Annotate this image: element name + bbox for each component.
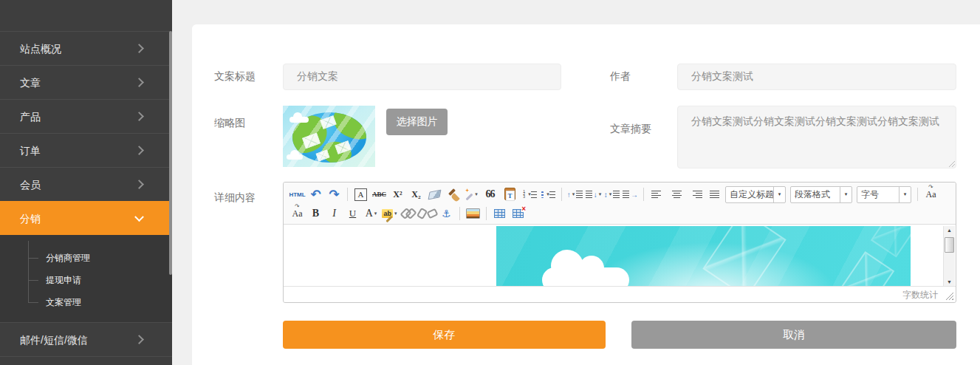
content-label: 详细内容 [214, 191, 256, 205]
chevron-right-icon [134, 78, 144, 87]
summary-textarea[interactable]: 分销文案测试分销文案测试分销文案测试分销文案测试 [677, 106, 956, 168]
highlight-color-icon[interactable]: ab▾ [380, 205, 399, 222]
sidebar-subitem-label: 分销商管理 [46, 253, 90, 263]
sidebar-item[interactable]: 产品 [0, 99, 172, 133]
editor-scrollbar: ▲ ▼ [943, 226, 955, 287]
sidebar-item-label: 会员 [20, 179, 41, 191]
format-brush-icon[interactable] [444, 186, 462, 202]
subscript-icon[interactable]: X₂ [407, 186, 425, 202]
sidebar-submenu: 分销商管理提现申请文案管理 [0, 235, 172, 322]
redo-icon[interactable]: ↷ [325, 186, 343, 202]
align-right-icon[interactable] [685, 186, 706, 202]
sidebar-item-label: 文章 [20, 77, 41, 89]
underline-icon[interactable]: U [343, 205, 362, 222]
insert-image-icon[interactable] [464, 205, 482, 222]
align-justify-icon[interactable] [706, 186, 723, 202]
eraser-icon[interactable] [425, 186, 444, 202]
unlink-icon[interactable] [417, 205, 437, 222]
sidebar-item-partial [0, 356, 172, 361]
editor-resize-handle[interactable] [945, 292, 953, 300]
toolbar-separator [347, 188, 348, 201]
cloud-shape [542, 267, 629, 287]
sidebar-subitem[interactable]: 文案管理 [0, 291, 172, 313]
align-left-icon[interactable] [648, 186, 668, 202]
sidebar-item[interactable]: 站点概况 [0, 31, 172, 65]
sidebar-item[interactable]: 邮件/短信/微信 [0, 322, 172, 356]
select-label: 自定义标题 [726, 188, 773, 201]
heading-select[interactable]: 自定义标题▾ [725, 186, 786, 203]
sidebar-item[interactable]: 分销 [0, 201, 172, 235]
bold-icon[interactable]: B [306, 205, 325, 222]
icon-glyph: A [354, 188, 367, 201]
first-line-indent-icon[interactable]: ↑▾ [566, 186, 584, 202]
quick-format-icon[interactable]: ▾ [462, 186, 481, 202]
sidebar-item[interactable]: 会员 [0, 167, 172, 201]
icon-glyph: T [506, 191, 515, 201]
italic-icon[interactable]: I [325, 205, 343, 222]
letter-case-icon[interactable]: Aa [288, 205, 306, 222]
strikethrough-icon[interactable]: ABC [370, 186, 388, 202]
chevron-down-icon: ▾ [773, 187, 785, 202]
delete-table-icon[interactable] [509, 205, 527, 222]
superscript-icon[interactable]: X² [388, 186, 407, 202]
icon-glyph [513, 209, 524, 218]
font-size-select[interactable]: 字号▾ [857, 186, 911, 203]
letter-case-icon[interactable]: Aa [922, 186, 940, 202]
sidebar-subitem[interactable]: 分销商管理 [0, 247, 172, 269]
save-button[interactable]: 保存 [283, 321, 606, 349]
toolbar-separator [486, 207, 487, 220]
paste-as-text-icon[interactable]: T [501, 186, 519, 202]
sidebar-item-label: 订单 [20, 145, 41, 157]
sidebar-scrollbar[interactable] [169, 31, 172, 275]
icon-glyph: ↑ [567, 191, 571, 199]
align-center-icon[interactable] [668, 186, 685, 202]
html-source-icon[interactable]: HTML [288, 186, 306, 202]
icon-glyph [448, 188, 456, 196]
icon-glyph: ABC [372, 191, 386, 198]
choose-image-button[interactable]: 选择图片 [386, 109, 448, 135]
chevron-right-icon [134, 112, 144, 121]
font-color-icon[interactable]: A▾ [362, 205, 380, 222]
icon-glyph: Aa [926, 189, 936, 200]
select-label: 字号 [857, 188, 899, 201]
icon-glyph: → [631, 191, 638, 199]
anchor-icon[interactable]: ⚓ [437, 205, 456, 222]
undo-icon[interactable]: ↶ [306, 186, 325, 202]
dropdown-caret-icon: ▾ [374, 211, 377, 216]
chevron-right-icon [134, 335, 144, 344]
cancel-button[interactable]: 取消 [631, 321, 956, 349]
indent-icon[interactable]: → [621, 186, 640, 202]
sidebar-item[interactable]: 订单 [0, 133, 172, 167]
paragraph-format-select[interactable]: 段落格式▾ [790, 186, 852, 203]
dropdown-caret-icon: ▾ [609, 191, 612, 197]
blockquote-icon[interactable]: 66 [481, 186, 499, 202]
select-label: 段落格式 [791, 188, 840, 201]
dropdown-caret-icon: ▾ [546, 191, 549, 197]
title-input[interactable] [283, 64, 561, 90]
sidebar-subitem[interactable]: 提现申请 [0, 269, 172, 291]
chevron-down-icon [134, 212, 144, 222]
dropdown-caret-icon: ▾ [599, 191, 602, 197]
chevron-right-icon [134, 146, 144, 155]
icon-glyph: 66 [486, 188, 495, 200]
toolbar-separator [917, 188, 918, 201]
line-height-icon[interactable]: ↓▾ [584, 186, 603, 202]
scroll-up-icon[interactable]: ▲ [944, 226, 955, 235]
paragraph-spacing-icon[interactable]: ↕▾ [603, 186, 621, 202]
editor-content-area[interactable]: ▲ ▼ [284, 225, 956, 287]
ordered-list-icon[interactable]: ▾ [521, 186, 539, 202]
thumbnail-label: 缩略图 [214, 117, 245, 130]
insert-table-icon[interactable] [490, 205, 509, 222]
toolbar-separator [561, 188, 562, 201]
unordered-list-icon[interactable]: ▾ [539, 186, 558, 202]
dropdown-caret-icon: ▾ [394, 211, 397, 216]
scrollbar-thumb[interactable] [945, 237, 954, 253]
author-input[interactable] [677, 64, 956, 90]
link-icon[interactable] [399, 205, 417, 222]
font-name-icon[interactable]: A [352, 186, 370, 202]
icon-glyph: X² [393, 189, 402, 200]
word-count-label: 字数统计 [902, 289, 938, 301]
sidebar-item[interactable]: 文章 [0, 65, 172, 99]
chevron-down-icon: ▾ [899, 187, 911, 202]
sidebar-subitem-label: 文案管理 [46, 297, 81, 307]
